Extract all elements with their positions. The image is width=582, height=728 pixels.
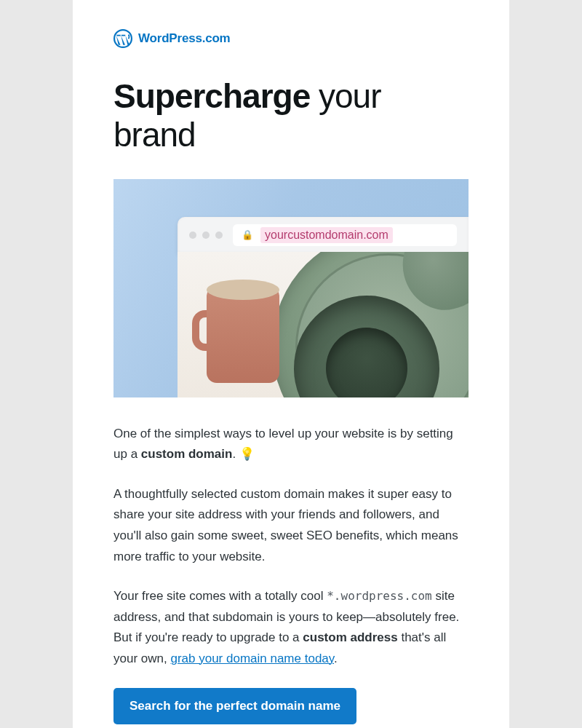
traffic-light-dot xyxy=(202,232,210,239)
paragraph-3: Your free site comes with a totally cool… xyxy=(113,586,469,669)
brand-logo[interactable]: WordPress.com xyxy=(113,29,469,48)
hero-photo xyxy=(178,252,469,397)
url-display: yourcustomdomain.com xyxy=(260,227,393,243)
browser-chrome: 🔒 yourcustomdomain.com xyxy=(178,217,469,253)
brand-name: WordPress.com xyxy=(138,31,231,46)
page-title: Supercharge your brand xyxy=(113,77,469,154)
window-controls xyxy=(189,232,223,239)
traffic-light-dot xyxy=(189,232,196,239)
subdomain-example: *.wordpress.com xyxy=(327,589,432,603)
address-bar: 🔒 yourcustomdomain.com xyxy=(233,224,457,246)
traffic-light-dot xyxy=(215,232,223,239)
illustration-mug xyxy=(199,274,287,383)
lock-icon: 🔒 xyxy=(242,229,253,240)
email-body: WordPress.com Supercharge your brand 🔒 y… xyxy=(73,0,509,728)
headline-bold: Supercharge xyxy=(113,77,310,115)
paragraph-2: A thoughtfully selected custom domain ma… xyxy=(113,484,469,567)
paragraph-1: One of the simplest ways to level up you… xyxy=(113,424,469,465)
search-domain-button[interactable]: Search for the perfect domain name xyxy=(113,688,356,724)
hero-image: 🔒 yourcustomdomain.com xyxy=(113,179,469,397)
wordpress-icon xyxy=(113,29,132,48)
grab-domain-link[interactable]: grab your domain name today xyxy=(170,652,334,665)
